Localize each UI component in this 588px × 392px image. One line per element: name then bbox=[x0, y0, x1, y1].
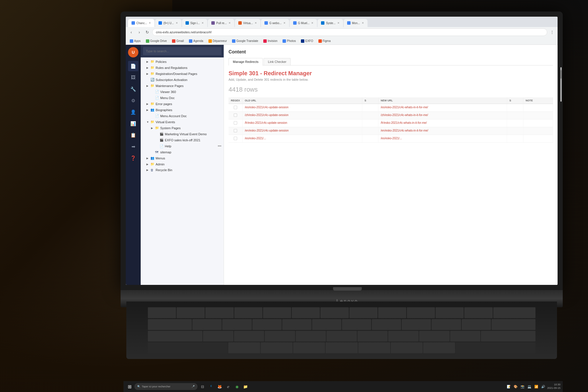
tray-icon-3[interactable]: 📸 bbox=[520, 384, 525, 389]
folder-taskbar-icon[interactable]: 📁 bbox=[242, 383, 249, 390]
tree-item-biographies[interactable]: ▶ 👥 Biographies bbox=[141, 107, 224, 113]
browser-tab-8[interactable]: Syste... ✕ bbox=[318, 19, 343, 27]
key-tab[interactable] bbox=[148, 319, 192, 330]
key-lshift[interactable] bbox=[148, 342, 228, 353]
bookmark-invision[interactable]: Invision bbox=[262, 39, 279, 43]
bookmark-agenda[interactable]: Agenda bbox=[187, 39, 205, 43]
tray-icon-1[interactable]: 📝 bbox=[506, 384, 512, 389]
tray-volume[interactable]: 🔊 bbox=[540, 384, 546, 389]
cms-nav-content-icon[interactable]: 📄 bbox=[128, 61, 138, 71]
edge-icon[interactable]: ᴱ bbox=[207, 383, 215, 390]
taskbar-search-box[interactable]: 🔍 Taper ici pour rechercher 🎤 bbox=[134, 383, 198, 390]
key-m[interactable] bbox=[423, 342, 455, 353]
cms-nav-deploy-icon[interactable]: ➡ bbox=[128, 141, 138, 152]
tree-item-exfo-sales[interactable]: 🎬 EXFO sales kick-off 2021 bbox=[141, 137, 224, 143]
browser-tab-3[interactable]: Sign i... ✕ bbox=[182, 19, 207, 27]
tray-network[interactable]: 📶 bbox=[533, 384, 539, 389]
start-button[interactable]: ⊞ bbox=[126, 383, 133, 390]
key[interactable] bbox=[205, 307, 233, 318]
bookmark-depanneur[interactable]: Dépanneur bbox=[207, 39, 229, 43]
tree-item-help[interactable]: 📄 Help ••• bbox=[141, 143, 224, 149]
key-i[interactable] bbox=[402, 319, 431, 330]
key[interactable] bbox=[464, 307, 492, 318]
chrome-icon[interactable]: ◉ bbox=[233, 383, 241, 390]
tray-icon-2[interactable]: 🎨 bbox=[513, 384, 519, 389]
browser-tab-4[interactable]: Pull re... ✕ bbox=[208, 19, 234, 27]
key-w[interactable] bbox=[222, 319, 252, 330]
bookmark-gmail[interactable]: Gmail bbox=[170, 39, 185, 43]
tree-item-menudoc[interactable]: 📄 Menu Doc bbox=[141, 95, 224, 101]
key-x[interactable] bbox=[261, 342, 293, 353]
checkbox-1[interactable] bbox=[234, 106, 237, 109]
key-rshift[interactable] bbox=[456, 342, 535, 353]
key[interactable] bbox=[177, 307, 205, 318]
tree-item-admin[interactable]: ▶ 📁 Admin bbox=[141, 161, 224, 167]
task-view-button[interactable]: ⊟ bbox=[199, 383, 206, 390]
key-q[interactable] bbox=[192, 319, 222, 330]
tree-item-subscription[interactable]: 🔄 Subscription Activation bbox=[141, 77, 224, 83]
tree-item-maintenance[interactable]: ▶ 📁 Maintenance Pages bbox=[141, 83, 224, 89]
key-y[interactable] bbox=[342, 319, 371, 330]
key[interactable] bbox=[148, 307, 176, 318]
key-t[interactable] bbox=[312, 319, 341, 330]
tree-item-registration[interactable]: ▶ 📁 Registration/Download Pages bbox=[141, 71, 224, 77]
tab-close-icon[interactable]: ✕ bbox=[149, 22, 151, 24]
key[interactable] bbox=[263, 307, 291, 318]
key[interactable] bbox=[378, 307, 406, 318]
key-j[interactable] bbox=[388, 331, 419, 342]
key-backspace[interactable] bbox=[493, 307, 535, 318]
key-caps[interactable] bbox=[148, 331, 202, 342]
tree-item-viewer360[interactable]: 📄 Viewer 360 bbox=[141, 89, 224, 95]
tree-item-rules[interactable]: ▶ 📁 Rules and Regulations bbox=[141, 65, 224, 71]
ie-icon[interactable]: ℯ bbox=[225, 383, 232, 390]
key-k[interactable] bbox=[419, 331, 450, 342]
cms-nav-help-icon[interactable]: ❓ bbox=[128, 153, 138, 163]
key-g[interactable] bbox=[326, 331, 357, 342]
key-c[interactable] bbox=[293, 342, 325, 353]
cms-nav-config-icon[interactable]: ⚙ bbox=[128, 95, 138, 106]
bookmark-translate[interactable]: Google Translate bbox=[230, 39, 260, 43]
cms-logo[interactable]: U bbox=[128, 47, 138, 57]
key-z[interactable] bbox=[228, 342, 260, 353]
bookmark-gdrive[interactable]: Google Drive bbox=[144, 39, 169, 43]
tree-item-menuaccountdoc[interactable]: 📄 Menu Account Doc bbox=[141, 113, 224, 119]
cms-nav-media-icon[interactable]: 🖼 bbox=[128, 72, 138, 83]
cms-nav-users-icon[interactable]: 👤 bbox=[128, 107, 138, 117]
key-e[interactable] bbox=[252, 319, 282, 330]
bookmark-photos[interactable]: Photos bbox=[281, 39, 297, 43]
browser-tab-5[interactable]: Virtua... ✕ bbox=[235, 19, 260, 27]
tree-item-virtualevents[interactable]: ▼ 📁 Virtual Events bbox=[141, 119, 224, 125]
tree-item-systempages[interactable]: ▶ 📁 System Pages bbox=[141, 125, 224, 131]
tree-item-marketing-event[interactable]: 🎬 Marketing Virtual Event Demo bbox=[141, 131, 224, 137]
key-l[interactable] bbox=[450, 331, 481, 342]
tree-item-sitemap[interactable]: 🗺 sitemap bbox=[141, 149, 224, 155]
tree-item-policies[interactable]: ▶ 📁 Policies bbox=[141, 59, 224, 65]
tree-item-menus[interactable]: ▶ 👥 Menus bbox=[141, 155, 224, 161]
tree-item-recycle[interactable]: ▶ 🗑 Recycle Bin bbox=[141, 167, 224, 173]
key-b[interactable] bbox=[358, 342, 390, 353]
key-enter[interactable] bbox=[492, 319, 535, 330]
back-button[interactable]: ‹ bbox=[128, 29, 134, 35]
key-d[interactable] bbox=[265, 331, 295, 342]
forward-button[interactable]: › bbox=[136, 29, 142, 35]
tree-context-dots-help[interactable]: ••• bbox=[218, 144, 221, 148]
firefox-icon[interactable]: 🦊 bbox=[216, 383, 223, 390]
key-f[interactable] bbox=[296, 331, 326, 342]
tray-icon-4[interactable]: 💻 bbox=[527, 384, 532, 389]
key[interactable] bbox=[436, 307, 464, 318]
browser-tab-2[interactable]: (9+) U... ✕ bbox=[155, 19, 181, 27]
search-input[interactable] bbox=[143, 47, 221, 55]
tab-manage-redirects[interactable]: Manage Redirects bbox=[229, 58, 263, 65]
checkbox-3[interactable] bbox=[234, 121, 237, 125]
key-n[interactable] bbox=[391, 342, 423, 353]
cms-nav-forms-icon[interactable]: 📊 bbox=[128, 118, 138, 129]
tree-content[interactable]: ▶ 📁 Policies ▶ 📁 Rules and Regulations bbox=[141, 57, 224, 285]
browser-tab-active[interactable]: Chanc... ✕ bbox=[128, 19, 154, 27]
key-r[interactable] bbox=[282, 319, 312, 330]
key-a[interactable] bbox=[203, 331, 233, 342]
key-o[interactable] bbox=[432, 319, 461, 330]
bookmark-apps[interactable]: Apps bbox=[128, 39, 142, 43]
key-p[interactable] bbox=[462, 319, 491, 330]
key[interactable] bbox=[407, 307, 435, 318]
browser-tab-7[interactable]: G Muel... ✕ bbox=[290, 19, 317, 27]
